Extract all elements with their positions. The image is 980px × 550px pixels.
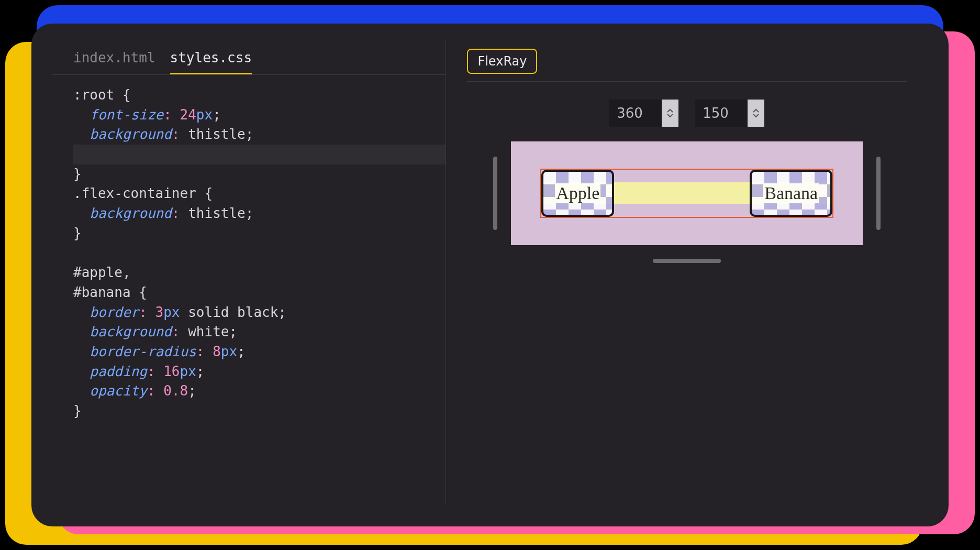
flex-item-banana: Banana <box>750 170 832 217</box>
cursor-line <box>73 145 446 164</box>
dimension-controls <box>467 82 907 141</box>
resize-handle-left[interactable] <box>493 157 497 230</box>
preview-toolbar: FlexRay <box>467 39 907 82</box>
app-window: index.html styles.css :root { font-size:… <box>31 24 949 526</box>
chevron-down-icon <box>667 114 673 118</box>
width-stepper[interactable] <box>662 100 678 127</box>
preview-stage: Apple Banana <box>511 141 863 245</box>
sel-apple: #apple <box>73 265 122 280</box>
preview-stage-wrap: Apple Banana <box>467 141 907 263</box>
resize-handle-right[interactable] <box>876 157 881 230</box>
width-input[interactable] <box>609 100 662 127</box>
flex-container-overlay: Apple Banana <box>540 169 833 218</box>
sel-root: :root <box>73 87 114 103</box>
item-label: Apple <box>555 183 600 203</box>
chevron-up-icon <box>753 108 759 113</box>
item-label: Banana <box>763 183 819 203</box>
height-input[interactable] <box>695 100 748 127</box>
sel-flex-container: .flex-container <box>73 185 196 201</box>
resize-handle-bottom[interactable] <box>653 259 721 263</box>
chevron-down-icon <box>753 114 759 118</box>
chevron-up-icon <box>667 108 673 113</box>
code-area[interactable]: :root { font-size: 24px; background: thi… <box>52 75 446 421</box>
height-input-wrap <box>695 100 764 127</box>
tab-index-html[interactable]: index.html <box>73 50 155 74</box>
height-stepper[interactable] <box>748 100 764 127</box>
preview-panel: FlexRay <box>446 39 928 505</box>
editor-tabs: index.html styles.css <box>52 39 446 75</box>
code-editor-panel: index.html styles.css :root { font-size:… <box>52 39 446 505</box>
width-input-wrap <box>609 100 678 127</box>
flex-item-apple: Apple <box>541 170 614 217</box>
flexray-button[interactable]: FlexRay <box>467 49 537 74</box>
sel-banana: #banana <box>73 284 131 300</box>
tab-styles-css[interactable]: styles.css <box>170 50 252 74</box>
